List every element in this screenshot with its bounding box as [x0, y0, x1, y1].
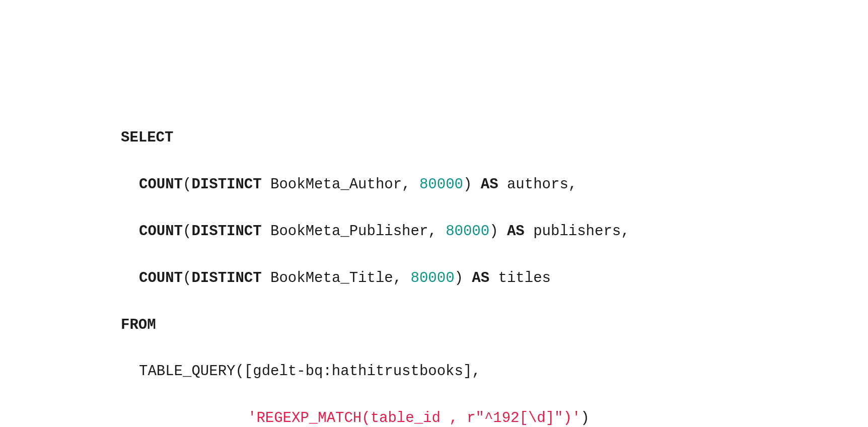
column-name: BookMeta_Publisher, — [262, 223, 446, 240]
code-line-7: 'REGEXP_MATCH(table_id , r"^192[\d]")') — [121, 407, 630, 427]
sql-code-block: SELECT COUNT(DISTINCT BookMeta_Author, 8… — [121, 103, 630, 427]
keyword-as: AS — [481, 176, 498, 193]
alias-name: authors, — [498, 176, 577, 193]
string-literal: 'REGEXP_MATCH(table_id , r"^192[\d]")' — [248, 410, 581, 426]
code-line-1: SELECT — [121, 126, 630, 150]
paren: ( — [183, 223, 191, 240]
table-query-call: TABLE_QUERY([gdelt-bq:hathitrustbooks], — [139, 363, 481, 380]
paren: ( — [183, 270, 191, 287]
number-literal: 80000 — [446, 223, 489, 240]
alias-name: titles — [489, 270, 551, 287]
number-literal: 80000 — [411, 270, 455, 287]
alias-name: publishers, — [525, 223, 630, 240]
keyword-distinct: DISTINCT — [191, 176, 261, 193]
code-line-5: FROM — [121, 314, 630, 337]
keyword-select: SELECT — [121, 129, 173, 146]
keyword-from: FROM — [121, 317, 156, 333]
keyword-as: AS — [507, 223, 525, 240]
paren: ) — [463, 176, 481, 193]
keyword-as: AS — [472, 270, 489, 287]
paren: ) — [581, 410, 589, 426]
column-name: BookMeta_Title, — [262, 270, 411, 287]
paren: ) — [489, 223, 507, 240]
code-line-2: COUNT(DISTINCT BookMeta_Author, 80000) A… — [121, 173, 630, 196]
code-line-4: COUNT(DISTINCT BookMeta_Title, 80000) AS… — [121, 267, 630, 290]
keyword-count: COUNT — [139, 223, 183, 240]
paren: ( — [183, 176, 191, 193]
number-literal: 80000 — [419, 176, 463, 193]
code-line-3: COUNT(DISTINCT BookMeta_Publisher, 80000… — [121, 220, 630, 243]
keyword-distinct: DISTINCT — [191, 223, 261, 240]
code-line-6: TABLE_QUERY([gdelt-bq:hathitrustbooks], — [121, 360, 630, 383]
paren: ) — [455, 270, 472, 287]
keyword-count: COUNT — [139, 176, 183, 193]
keyword-distinct: DISTINCT — [191, 270, 261, 287]
column-name: BookMeta_Author, — [262, 176, 419, 193]
keyword-count: COUNT — [139, 270, 183, 287]
